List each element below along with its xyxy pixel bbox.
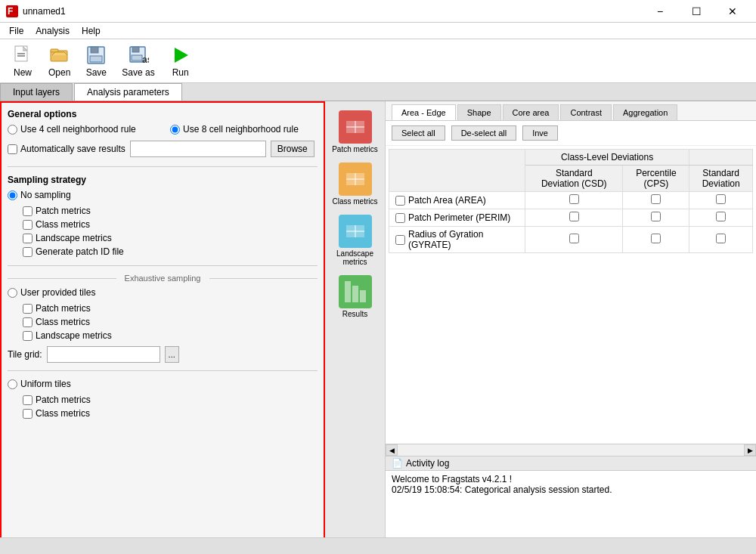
extra-class-metrics-label: Class metrics — [36, 408, 90, 419]
metric-name-col — [389, 150, 525, 192]
radio-user-provided-tiles[interactable]: User provided tiles — [8, 287, 318, 298]
menu-file[interactable]: File — [3, 24, 29, 38]
sidebar-item-results[interactable]: Results — [329, 272, 382, 321]
no-sampling-class-metrics-label: Class metrics — [36, 219, 90, 230]
extra-patch-metrics[interactable]: Patch metrics — [23, 394, 318, 406]
tab-input-layers[interactable]: Input layers — [0, 83, 73, 101]
tab-contrast[interactable]: Contrast — [560, 104, 612, 120]
exhaustive-sampling-header: Exhaustive sampling — [8, 274, 318, 283]
user-tiles-landscape-metrics[interactable]: Landscape metrics — [23, 330, 318, 342]
user-provided-tiles-label: User provided tiles — [20, 287, 95, 298]
run-button[interactable]: Run — [164, 42, 197, 81]
table-row: Radius of Gyration (GYRATE) — [389, 227, 753, 253]
divider-2 — [8, 265, 318, 266]
patch-perimeter-checkbox[interactable] — [395, 213, 405, 223]
user-tiles-class-metrics-label: Class metrics — [36, 317, 90, 327]
scroll-right-btn[interactable]: ▶ — [744, 444, 756, 456]
maximize-button[interactable]: ☐ — [679, 0, 714, 23]
divider-1 — [8, 166, 318, 167]
patch-perimeter-csd[interactable] — [569, 212, 579, 221]
open-icon — [49, 45, 70, 66]
no-sampling-generate-patch-id[interactable]: Generate patch ID file — [23, 246, 318, 258]
radius-gyration-csd[interactable] — [569, 234, 579, 243]
radio-no-sampling[interactable]: No sampling — [8, 190, 318, 200]
save-as-icon: as — [128, 45, 149, 66]
tab-shape[interactable]: Shape — [457, 104, 501, 120]
run-icon — [170, 45, 191, 66]
metrics-tabs: Area - Edge Shape Core area Contrast Agg… — [386, 101, 756, 121]
radius-gyration-cps[interactable] — [651, 234, 661, 243]
tab-area-edge[interactable]: Area - Edge — [392, 104, 456, 120]
tile-grid-label: Tile grid: — [8, 349, 42, 360]
patch-perimeter-cps[interactable] — [651, 212, 661, 221]
close-button[interactable]: ✕ — [715, 0, 750, 23]
patch-area-csd[interactable] — [569, 194, 579, 204]
auto-save-checkbox-label[interactable]: Automatically save results — [8, 143, 125, 155]
run-label: Run — [172, 67, 189, 78]
extra-class-metrics[interactable]: Class metrics — [23, 407, 318, 419]
patch-area-row: Patch Area (AREA) — [395, 195, 519, 206]
radius-gyration-sd[interactable] — [716, 234, 726, 243]
table-row: Patch Area (AREA) — [389, 192, 753, 209]
patch-area-sd[interactable] — [716, 194, 726, 204]
csd-col: Standard Deviation (CSD) — [525, 166, 623, 192]
browse-button[interactable]: Browse — [271, 141, 314, 157]
patch-area-label: Patch Area (AREA) — [408, 195, 486, 206]
select-all-button[interactable]: Select all — [392, 125, 445, 141]
no-sampling-class-metrics[interactable]: Class metrics — [23, 218, 318, 231]
radio-8cell[interactable]: Use 8 cell neighborhood rule — [170, 124, 299, 135]
tile-grid-input[interactable] — [47, 346, 160, 363]
auto-save-input[interactable] — [130, 141, 266, 157]
tab-aggregation[interactable]: Aggregation — [613, 104, 677, 120]
auto-save-checkbox[interactable] — [8, 144, 17, 154]
uniform-tiles-label: Uniform tiles — [20, 379, 71, 389]
activity-log-title: Activity log — [406, 458, 449, 469]
radio-uniform-tiles[interactable]: Uniform tiles — [8, 379, 318, 389]
results-label: Results — [342, 310, 367, 318]
left-panel: General options Use 4 cell neighborhood … — [0, 101, 325, 554]
metrics-h-scrollbar[interactable]: ◀ ▶ — [386, 444, 756, 456]
scroll-left-btn[interactable]: ◀ — [386, 444, 398, 456]
deselect-all-button[interactable]: De-select all — [451, 125, 517, 141]
new-button[interactable]: New — [6, 42, 39, 81]
user-tiles-patch-metrics-label: Patch metrics — [36, 303, 91, 314]
invert-button[interactable]: Inve — [522, 125, 558, 141]
patch-area-cps[interactable] — [651, 194, 661, 204]
tab-analysis-parameters[interactable]: Analysis parameters — [74, 83, 182, 101]
metrics-table-area: Class-Level Deviations Standard Deviatio… — [386, 146, 756, 444]
sidebar-item-class-metrics[interactable]: Class metrics — [329, 159, 382, 209]
main-tabs: Input layers Analysis parameters — [0, 83, 756, 101]
open-button[interactable]: Open — [42, 42, 76, 81]
tile-grid-browse-button[interactable]: ... — [165, 346, 179, 363]
user-tiles-patch-metrics[interactable]: Patch metrics — [23, 302, 318, 314]
sidebar-item-landscape-metrics[interactable]: Landscape metrics — [329, 212, 382, 269]
landscape-metrics-icon — [339, 215, 372, 248]
patch-perimeter-sd[interactable] — [716, 212, 726, 221]
svg-rect-25 — [352, 286, 358, 302]
minimize-button[interactable]: − — [643, 0, 677, 23]
svg-text:as: as — [142, 54, 149, 65]
save-as-button[interactable]: as Save as — [116, 42, 160, 81]
radio-4cell[interactable]: Use 4 cell neighborhood rule — [8, 124, 136, 135]
sidebar-item-patch-metrics[interactable]: Patch metrics — [329, 107, 382, 156]
save-button[interactable]: Save — [79, 42, 113, 81]
app-icon: F — [6, 5, 18, 17]
open-label: Open — [48, 67, 70, 78]
radius-gyration-checkbox[interactable] — [395, 235, 405, 245]
metrics-table: Class-Level Deviations Standard Deviatio… — [389, 149, 753, 253]
menu-analysis[interactable]: Analysis — [29, 24, 76, 38]
patch-area-checkbox[interactable] — [395, 196, 405, 206]
tab-core-area[interactable]: Core area — [503, 104, 559, 120]
no-sampling-patch-metrics-label: Patch metrics — [36, 206, 91, 216]
h-scroll-track[interactable] — [398, 444, 744, 456]
window-title: unnamed1 — [23, 6, 643, 17]
document-icon: 📄 — [392, 458, 403, 469]
no-sampling-patch-metrics[interactable]: Patch metrics — [23, 205, 318, 217]
user-tiles-class-metrics[interactable]: Class metrics — [23, 316, 318, 328]
left-panel-inner: General options Use 4 cell neighborhood … — [2, 103, 324, 540]
no-sampling-landscape-metrics[interactable]: Landscape metrics — [23, 232, 318, 244]
extra-checkboxes: Patch metrics Class metrics — [8, 394, 318, 419]
radio-8cell-label: Use 8 cell neighborhood rule — [183, 124, 299, 135]
neighborhood-rule-group: Use 4 cell neighborhood rule Use 8 cell … — [8, 124, 318, 135]
menu-help[interactable]: Help — [76, 24, 107, 38]
